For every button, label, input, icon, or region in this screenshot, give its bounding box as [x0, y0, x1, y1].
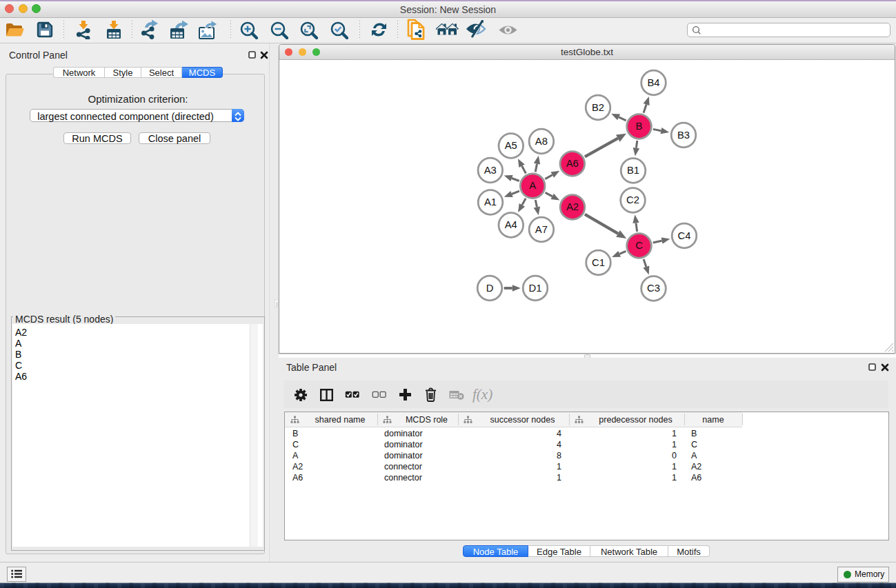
- svg-text:A1: A1: [484, 196, 497, 207]
- svg-text:C1: C1: [592, 257, 605, 268]
- svg-text:B: B: [636, 121, 643, 132]
- svg-text:C4: C4: [678, 230, 691, 241]
- svg-text:B2: B2: [592, 102, 604, 113]
- svg-text:A5: A5: [505, 140, 517, 151]
- svg-text:C: C: [635, 240, 643, 251]
- svg-text:A7: A7: [535, 224, 548, 235]
- svg-text:A2: A2: [566, 201, 579, 212]
- svg-text:A: A: [529, 180, 536, 191]
- svg-text:A4: A4: [505, 219, 517, 230]
- svg-text:B4: B4: [647, 77, 659, 88]
- svg-text:A8: A8: [535, 136, 548, 147]
- svg-text:B1: B1: [627, 165, 639, 176]
- svg-text:C3: C3: [647, 283, 660, 294]
- svg-text:A6: A6: [566, 158, 579, 169]
- svg-text:A3: A3: [484, 165, 497, 176]
- svg-text:B3: B3: [677, 130, 690, 141]
- svg-text:C2: C2: [626, 194, 639, 205]
- svg-text:D1: D1: [529, 283, 542, 294]
- svg-text:D: D: [486, 283, 494, 294]
